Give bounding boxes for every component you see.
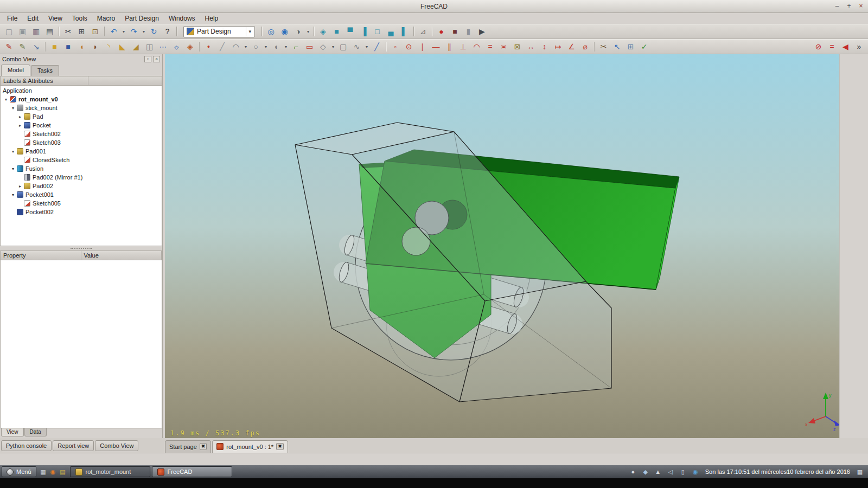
- menu-item[interactable]: Edit: [22, 14, 43, 23]
- expand-arrow-icon[interactable]: [17, 123, 23, 128]
- menu-item[interactable]: View: [43, 14, 67, 23]
- paste-icon[interactable]: ⊡: [88, 25, 102, 38]
- panel-splitter[interactable]: [0, 246, 162, 251]
- expand-arrow-icon[interactable]: [17, 184, 23, 189]
- draft-icon[interactable]: ◢: [129, 40, 143, 53]
- carbon-copy-icon[interactable]: ⊞: [624, 40, 637, 53]
- undo-dropdown-icon[interactable]: ▾: [120, 25, 127, 38]
- constraint-parallel-icon[interactable]: ∥: [443, 40, 456, 53]
- tree-item[interactable]: rot_mount_v0: [1, 95, 162, 104]
- panel-toggle-button[interactable]: Report view: [53, 440, 94, 451]
- slot-icon[interactable]: ▢: [336, 40, 350, 53]
- sketch-new-icon[interactable]: ✎: [2, 40, 16, 53]
- tree-item[interactable]: Sketch003: [1, 138, 162, 147]
- view-right-icon[interactable]: ▐: [357, 25, 371, 38]
- tree-item[interactable]: ClonedSketch: [1, 156, 162, 164]
- conic-icon[interactable]: ◖: [269, 40, 283, 53]
- taskbar-window-button[interactable]: rot_motor_mount: [70, 466, 150, 477]
- redo-icon[interactable]: ↷: [127, 25, 141, 38]
- tab[interactable]: Data: [24, 428, 47, 436]
- constraint-vertical-icon[interactable]: ∣: [416, 40, 429, 53]
- constraint-distance-x-icon[interactable]: ↔: [524, 40, 538, 53]
- whats-this-icon[interactable]: ?: [161, 25, 174, 38]
- menu-item[interactable]: Tools: [67, 14, 92, 23]
- user-applet-icon[interactable]: ●: [628, 467, 638, 477]
- bluetooth-icon[interactable]: ◆: [641, 467, 650, 477]
- menu-item[interactable]: File: [2, 14, 22, 23]
- tab[interactable]: View: [1, 428, 24, 436]
- expand-arrow-icon[interactable]: [10, 192, 16, 197]
- expand-arrow-icon[interactable]: [3, 97, 9, 102]
- float-panel-icon[interactable]: ▫: [144, 56, 151, 62]
- macro-execute-icon[interactable]: ▶: [475, 25, 489, 38]
- open-document-icon[interactable]: ▣: [16, 25, 29, 38]
- viewport-3d-canvas[interactable]: y x z: [165, 54, 839, 438]
- pad-icon[interactable]: ■: [48, 40, 61, 53]
- sketch-edit-icon[interactable]: ✎: [16, 40, 29, 53]
- tree-item[interactable]: Sketch002: [1, 130, 162, 138]
- fit-all-icon[interactable]: ◎: [264, 25, 278, 38]
- chevron-down-icon[interactable]: ▾: [246, 27, 253, 36]
- macro-stop-icon[interactable]: ■: [448, 25, 462, 38]
- expand-arrow-icon[interactable]: [10, 106, 16, 111]
- constraint-symmetric-icon[interactable]: ≍: [497, 40, 510, 53]
- circle-dropdown-icon[interactable]: ▾: [263, 40, 269, 53]
- polar-pattern-icon[interactable]: ☼: [170, 40, 183, 53]
- close-tab-icon[interactable]: ✖: [276, 443, 284, 450]
- fillet-icon[interactable]: ◝: [102, 40, 116, 53]
- refresh-icon[interactable]: ↻: [147, 25, 161, 38]
- copy-icon[interactable]: ⊞: [75, 25, 88, 38]
- close-tab-icon[interactable]: ✖: [200, 443, 207, 450]
- stop-operation-icon[interactable]: ⊘: [812, 40, 825, 53]
- close-button[interactable]: ×: [856, 2, 866, 10]
- tree-item[interactable]: Pad: [1, 112, 162, 121]
- sketch-map-icon[interactable]: ↘: [29, 40, 43, 53]
- menu-item[interactable]: Macro: [92, 14, 120, 23]
- tree-item[interactable]: Pocket002: [1, 208, 162, 216]
- constraint-angle-icon[interactable]: ∠: [565, 40, 578, 53]
- constraint-distance-y-icon[interactable]: ↕: [538, 40, 551, 53]
- trim-edge-icon[interactable]: ✂: [597, 40, 610, 53]
- arc-dropdown-icon[interactable]: ▾: [242, 40, 249, 53]
- undo-icon[interactable]: ↶: [107, 25, 120, 38]
- constraint-tangent-icon[interactable]: ◠: [470, 40, 483, 53]
- redo-dropdown-icon[interactable]: ▾: [141, 25, 147, 38]
- title-bar[interactable]: FreeCAD – + ×: [0, 0, 868, 13]
- show-desktop-icon[interactable]: ▦: [39, 467, 48, 477]
- validate-sketch-icon[interactable]: ✓: [637, 40, 651, 53]
- bspline-icon[interactable]: ∿: [350, 40, 363, 53]
- constraint-lock-icon[interactable]: ⊠: [510, 40, 524, 53]
- bspline-dropdown-icon[interactable]: ▾: [363, 40, 370, 53]
- close-panel-icon[interactable]: ×: [153, 56, 160, 62]
- polyline-icon[interactable]: ⌐: [289, 40, 303, 53]
- point-icon[interactable]: •: [202, 40, 215, 53]
- tree-item[interactable]: Pad002 (Mirror #1): [1, 173, 162, 182]
- tree-item[interactable]: Pocket001: [1, 190, 162, 199]
- draw-style-icon[interactable]: ◑: [291, 25, 305, 38]
- arc-icon[interactable]: ◠: [229, 40, 242, 53]
- print-icon[interactable]: ▤: [43, 25, 56, 38]
- view-left-icon[interactable]: ▌: [398, 25, 411, 38]
- notifications-icon[interactable]: ▯: [678, 467, 688, 477]
- tree-item[interactable]: stick_mount: [1, 104, 162, 112]
- zoom-selection-icon[interactable]: ◉: [278, 25, 291, 38]
- view-top-icon[interactable]: ▀: [343, 25, 357, 38]
- circle-icon[interactable]: ○: [249, 40, 263, 53]
- calendar-icon[interactable]: ▦: [855, 467, 865, 477]
- revolution-icon[interactable]: ◖: [75, 40, 88, 53]
- multi-transform-icon[interactable]: ◈: [183, 40, 197, 53]
- workbench-selector[interactable]: Part Design ▾: [183, 26, 255, 37]
- expand-arrow-icon[interactable]: [17, 114, 23, 119]
- taskbar-window-button[interactable]: FreeCAD: [152, 466, 232, 477]
- constraint-perpendicular-icon[interactable]: ⊥: [456, 40, 470, 53]
- menu-button[interactable]: Menú: [2, 466, 36, 477]
- constraint-point-on-object-icon[interactable]: ⊙: [402, 40, 416, 53]
- draw-style-dropdown-icon[interactable]: ▾: [305, 25, 311, 38]
- network-icon[interactable]: ▲: [653, 467, 663, 477]
- save-document-icon[interactable]: ▥: [29, 25, 43, 38]
- tab[interactable]: Tasks: [31, 65, 59, 76]
- panel-toggle-button[interactable]: Combo View: [95, 440, 138, 451]
- new-document-icon[interactable]: ▢: [2, 25, 16, 38]
- view-isometric-icon[interactable]: ◈: [316, 25, 330, 38]
- chamfer-icon[interactable]: ◣: [116, 40, 129, 53]
